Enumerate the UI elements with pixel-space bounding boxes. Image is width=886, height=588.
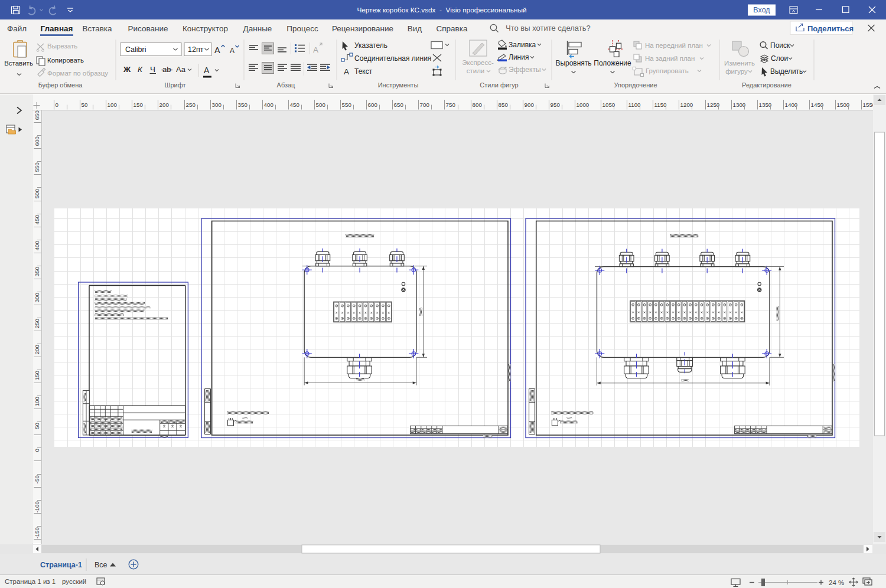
svg-text:0: 0 [56,102,59,108]
svg-text:Вставить: Вставить [4,60,33,67]
svg-text:Вырезать: Вырезать [47,43,77,50]
svg-text:550: 550 [342,102,352,108]
svg-text:К: К [138,65,143,74]
svg-text:стили: стили [467,67,485,74]
svg-text:Выровнять: Выровнять [555,59,591,67]
svg-text:Линия: Линия [509,53,529,61]
svg-text:Эффекты: Эффекты [509,66,541,74]
svg-text:Изменить: Изменить [724,60,755,67]
svg-text:фигуру: фигуру [725,68,748,75]
svg-text:350: 350 [34,266,40,276]
svg-text:550: 550 [34,162,40,172]
svg-text:На передний план: На передний план [645,42,703,49]
svg-text:350: 350 [238,102,248,108]
svg-text:-100: -100 [34,501,40,512]
svg-text:Страница 1 из 1: Страница 1 из 1 [5,578,56,585]
svg-text:Вид: Вид [408,24,422,33]
svg-text:1250: 1250 [707,102,720,108]
svg-text:Файл: Файл [7,24,27,33]
svg-text:Данные: Данные [243,24,272,33]
svg-text:Все: Все [95,561,108,569]
svg-text:Рисование: Рисование [128,24,168,33]
svg-text:950: 950 [551,102,561,108]
svg-text:1200: 1200 [680,102,693,108]
svg-text:300: 300 [212,102,222,108]
svg-text:1400: 1400 [785,102,798,108]
svg-text:Соединительная линия: Соединительная линия [354,54,431,63]
svg-text:650: 650 [394,102,404,108]
svg-text:1350: 1350 [759,102,772,108]
svg-text:Копировать: Копировать [47,57,84,64]
svg-text:1100: 1100 [628,102,641,108]
svg-text:Экспресс-: Экспресс- [462,59,494,66]
svg-text:1050: 1050 [602,102,615,108]
svg-text:100: 100 [34,396,40,406]
svg-text:600: 600 [368,102,378,108]
svg-text:400: 400 [264,102,274,108]
svg-text:800: 800 [473,102,483,108]
svg-text:Справка: Справка [437,24,468,33]
svg-text:Ч: Ч [150,65,155,74]
svg-text:Вставка: Вставка [82,24,112,33]
svg-text:500: 500 [316,102,326,108]
svg-text:100: 100 [108,102,118,108]
svg-text:700: 700 [420,102,430,108]
svg-text:Текст: Текст [354,67,373,76]
svg-text:1300: 1300 [733,102,746,108]
svg-text:Шрифт: Шрифт [164,81,185,89]
svg-text:200: 200 [34,344,40,354]
svg-text:Конструктор: Конструктор [183,24,228,33]
svg-text:Редактирование: Редактирование [742,81,791,89]
svg-text:1150: 1150 [654,102,667,108]
svg-text:750: 750 [446,102,456,108]
svg-text:Процесс: Процесс [286,24,318,33]
svg-text:А: А [344,67,349,76]
svg-text:150: 150 [133,102,144,108]
svg-text:Буфер обмена: Буфер обмена [38,81,83,89]
svg-text:600: 600 [34,136,40,146]
svg-text:А: А [214,45,220,55]
svg-text:900: 900 [525,102,535,108]
svg-text:Ж: Ж [123,65,131,74]
svg-text:-50: -50 [34,475,40,484]
svg-text:300: 300 [34,292,40,302]
svg-text:Поиск: Поиск [770,41,790,50]
svg-text:0: 0 [34,448,40,452]
svg-text:250: 250 [186,102,196,108]
svg-text:850: 850 [499,102,509,108]
svg-text:Страница-1: Страница-1 [40,561,82,569]
svg-text:Calibri: Calibri [125,45,146,54]
svg-text:Чертеж коробок КС.vsdx - Vis: Чертеж коробок КС.vsdx - Visio профессио… [357,6,526,14]
svg-text:Группировать: Группировать [646,67,689,74]
svg-text:450: 450 [290,102,300,108]
svg-text:200: 200 [159,102,170,108]
svg-text:А: А [313,45,318,54]
svg-text:русский: русский [62,578,86,585]
svg-text:150: 150 [34,370,40,380]
svg-text:Заливка: Заливка [509,41,536,49]
svg-text:Указатель: Указатель [354,41,387,50]
svg-text:Вход: Вход [753,6,770,14]
svg-text:12пт: 12пт [188,45,204,54]
svg-text:650: 650 [34,110,40,120]
svg-text:Инструменты: Инструменты [378,81,419,89]
svg-text:Стили фигур: Стили фигур [480,81,518,89]
svg-text:А: А [230,47,234,55]
svg-text:1450: 1450 [811,102,824,108]
svg-text:Формат по образцу: Формат по образцу [47,70,108,77]
svg-text:500: 500 [34,188,40,198]
svg-text:Aa: Aa [176,65,186,74]
svg-text:Выделить: Выделить [770,67,803,76]
svg-text:А: А [204,66,210,75]
svg-text:1500: 1500 [837,102,850,108]
svg-text:Слои: Слои [771,54,788,63]
svg-text:На задний план: На задний план [645,55,695,62]
svg-text:400: 400 [34,240,40,250]
svg-text:Главная: Главная [41,24,73,33]
svg-text:ab: ab [162,65,171,74]
svg-text:Что вы хотите сделать?: Что вы хотите сделать? [506,24,591,32]
svg-text:450: 450 [34,214,40,224]
svg-text:Абзац: Абзац [277,81,296,89]
svg-text:250: 250 [34,318,40,328]
svg-text:50: 50 [34,422,40,429]
